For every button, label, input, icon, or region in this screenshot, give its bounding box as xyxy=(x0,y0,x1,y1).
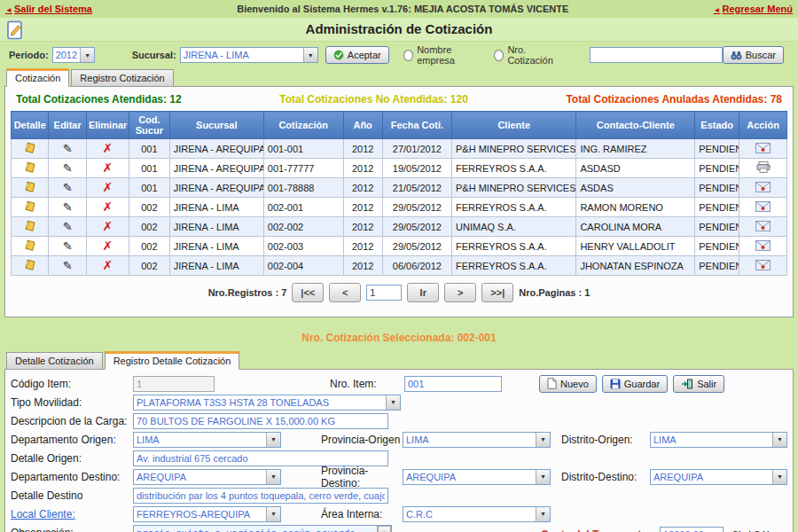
delete-button[interactable]: ✗ xyxy=(86,256,129,276)
tipo-movilidad-select[interactable]: PLATAFORMA T3S3 HSTA 28 TONELADAS▼ xyxy=(133,395,401,411)
detalle-button[interactable] xyxy=(12,237,49,256)
cotizacion-cell: 002-002 xyxy=(263,217,343,237)
prev-page-button[interactable]: < xyxy=(329,283,361,302)
area-interna-label: Área Interna: xyxy=(321,508,403,520)
detalle-destino-input[interactable] xyxy=(133,488,388,504)
send-mail-button[interactable] xyxy=(739,237,787,256)
total-anuladas: Total Cotizaciones Anuladas Atendidas: 7… xyxy=(566,93,782,106)
sucursal-cell: JIRENA - AREQUIPA xyxy=(169,159,263,178)
delete-button[interactable]: ✗ xyxy=(86,217,129,237)
send-mail-button[interactable] xyxy=(739,256,787,276)
delete-x-icon: ✗ xyxy=(103,143,113,153)
sucursal-select[interactable]: JIRENA - LIMA▼ xyxy=(180,47,318,63)
send-mail-button[interactable] xyxy=(739,178,787,198)
area-interna-select[interactable]: C.R.C▼ xyxy=(403,506,551,522)
scroll-up-icon[interactable]: ▲ xyxy=(378,526,391,532)
page-title: Administración de Cotización xyxy=(306,21,493,36)
distrito-origen-label: Distrito-Origen: xyxy=(561,434,650,446)
edit-button[interactable]: ✎ xyxy=(49,198,86,217)
edit-button[interactable]: ✎ xyxy=(49,237,86,256)
next-page-button[interactable]: > xyxy=(444,283,476,302)
totals-row: Total Cotizaciones Atendidas: 12 Total C… xyxy=(11,91,787,111)
edit-button[interactable]: ✎ xyxy=(49,256,86,276)
sucursal-cell: JIRENA - LIMA xyxy=(169,256,263,276)
edit-button[interactable]: ✎ xyxy=(49,217,86,237)
logout-link[interactable]: ◄Salir del Sistema xyxy=(5,4,92,14)
edit-pencil-icon: ✎ xyxy=(63,261,73,271)
departamento-destino-label: Departamento Destino: xyxy=(11,471,133,483)
descripcion-carga-input[interactable] xyxy=(133,413,388,429)
local-cliente-select[interactable]: FERREYROS-AREQUIPA▼ xyxy=(133,506,281,522)
distrito-origen-select[interactable]: LIMA▼ xyxy=(650,432,787,448)
edit-pencil-icon: ✎ xyxy=(63,183,73,193)
nro-item-input[interactable] xyxy=(404,376,502,392)
cotizacion-cell: 001-77777 xyxy=(263,159,343,178)
last-page-button[interactable]: >>| xyxy=(481,283,513,302)
edit-button[interactable]: ✎ xyxy=(49,139,86,159)
chevron-down-icon: ▼ xyxy=(80,48,94,62)
cliente-cell: FERREYROS S.A.A. xyxy=(452,159,576,178)
cotizacion-cell: 002-004 xyxy=(263,256,343,276)
detalle-button[interactable] xyxy=(12,178,49,198)
departamento-origen-select[interactable]: LIMA▼ xyxy=(133,432,281,448)
buscar-button[interactable]: Buscar xyxy=(723,46,784,64)
edit-note-icon[interactable] xyxy=(7,20,24,40)
edit-button[interactable]: ✎ xyxy=(49,178,86,198)
aceptar-button[interactable]: Aceptar xyxy=(325,46,389,64)
delete-button[interactable]: ✗ xyxy=(86,139,129,159)
tab-registro-cotizacion[interactable]: Registro Cotización xyxy=(71,69,173,87)
red-arrow-icon: ◄ xyxy=(714,6,721,14)
detalle-button[interactable] xyxy=(12,159,49,178)
provincia-destino-label: Provincia-Destino: xyxy=(321,465,403,489)
local-cliente-link[interactable]: Local Cliente: xyxy=(11,508,133,520)
edit-button[interactable]: ✎ xyxy=(49,159,86,178)
radio-nro-cotizacion[interactable]: Nro. Cotización xyxy=(494,44,565,66)
fecha-cell: 21/05/2012 xyxy=(382,178,451,198)
radio-nombre-empresa[interactable]: Nombre empresa xyxy=(403,44,481,66)
page-number-input[interactable] xyxy=(366,285,402,301)
tab-registro-detalle-cotizacion[interactable]: Registro Detalle Cotización xyxy=(105,351,240,370)
detalle-button[interactable] xyxy=(12,198,49,217)
guardar-button[interactable]: Guardar xyxy=(602,375,668,393)
send-mail-button[interactable] xyxy=(739,217,787,237)
estado-cell: PENDIENTE xyxy=(695,178,739,198)
provincia-origen-select[interactable]: LIMA▼ xyxy=(403,432,551,448)
detalle-button[interactable] xyxy=(12,217,49,237)
salir-button[interactable]: Salir xyxy=(673,375,724,393)
filter-bar: Periodo: 2012▼ Sucursal: JIRENA - LIMA▼ … xyxy=(0,42,798,68)
selected-cotizacion-note: Nro. Cotización Seleccionada: 002-001 xyxy=(0,332,798,344)
provincia-destino-select[interactable]: AREQUIPA▼ xyxy=(403,469,551,485)
col-cliente: Cliente xyxy=(452,112,576,139)
table-row: ✎✗001JIRENA - AREQUIPA001-77777201219/05… xyxy=(12,159,787,178)
delete-x-icon: ✗ xyxy=(103,260,113,270)
delete-button[interactable]: ✗ xyxy=(86,237,129,256)
detalle-button[interactable] xyxy=(12,256,49,276)
send-mail-button[interactable] xyxy=(739,139,787,159)
detalle-button[interactable] xyxy=(12,139,49,159)
first-page-button[interactable]: |<< xyxy=(292,283,324,302)
delete-button[interactable]: ✗ xyxy=(86,178,129,198)
observacion-textarea[interactable]: precio sujeto a variación según acuerdo … xyxy=(133,525,392,532)
go-page-button[interactable]: Ir xyxy=(407,283,439,302)
print-button[interactable] xyxy=(739,159,787,178)
periodo-select[interactable]: 2012▼ xyxy=(52,47,95,63)
delete-button[interactable]: ✗ xyxy=(86,198,129,217)
costo-transporte-input[interactable] xyxy=(660,527,724,532)
return-menu-link[interactable]: ◄Regresar Menú xyxy=(714,4,793,14)
codigo-item-input[interactable] xyxy=(133,376,215,392)
tab-detalle-cotizacion[interactable]: Detalle Cotización xyxy=(6,352,103,370)
title-bar: Administración de Cotización xyxy=(0,18,798,42)
cotizacion-cell: 001-001 xyxy=(263,139,343,159)
note-icon xyxy=(24,161,36,174)
ano-cell: 2012 xyxy=(343,159,382,178)
nuevo-button[interactable]: Nuevo xyxy=(539,375,597,393)
tab-cotizacion[interactable]: Cotización xyxy=(6,68,69,87)
scrollbar[interactable]: ▲ ▼ xyxy=(377,526,391,532)
distrito-destino-select[interactable]: AREQUIPA▼ xyxy=(650,469,787,485)
cotizacion-cell: 002-003 xyxy=(263,237,343,256)
departamento-destino-select[interactable]: AREQUIPA▼ xyxy=(133,469,281,485)
send-mail-button[interactable] xyxy=(739,198,787,217)
search-input[interactable] xyxy=(590,47,723,63)
delete-button[interactable]: ✗ xyxy=(86,159,129,178)
table-row: ✎✗002JIRENA - LIMA002-003201229/05/2012F… xyxy=(12,237,787,256)
